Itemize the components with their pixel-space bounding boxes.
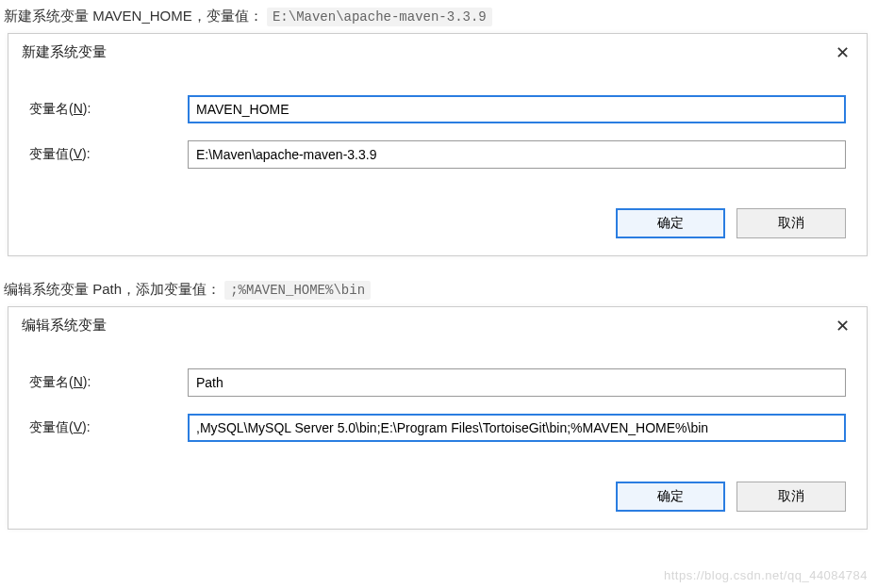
dialog-titlebar-2: 编辑系统变量 ✕ bbox=[8, 307, 867, 344]
cancel-button-2[interactable]: 取消 bbox=[736, 482, 846, 512]
intro-text-1: 新建系统变量 MAVEN_HOME，变量值： E:\Maven\apache-m… bbox=[0, 0, 877, 33]
edit-system-variable-dialog: 编辑系统变量 ✕ 变量名(N): 变量值(V): 确定 取消 bbox=[8, 306, 868, 530]
close-icon[interactable]: ✕ bbox=[832, 44, 853, 61]
variable-name-input-2[interactable] bbox=[188, 368, 846, 397]
intro-text-2: 编辑系统变量 Path，添加变量值： ;%MAVEN_HOME%\bin bbox=[0, 273, 877, 306]
ok-button-1[interactable]: 确定 bbox=[616, 208, 725, 238]
variable-name-input-1[interactable] bbox=[188, 95, 846, 123]
variable-value-label-1: 变量值(V): bbox=[29, 146, 188, 163]
ok-button-2[interactable]: 确定 bbox=[616, 482, 725, 512]
close-icon[interactable]: ✕ bbox=[832, 318, 853, 335]
dialog-title-2: 编辑系统变量 bbox=[22, 317, 107, 335]
dialog-buttons-1: 确定 取消 bbox=[8, 199, 867, 255]
intro-code-2: ;%MAVEN_HOME%\bin bbox=[224, 281, 371, 300]
variable-value-row-1: 变量值(V): bbox=[29, 140, 846, 169]
variable-name-label-1: 变量名(N): bbox=[29, 101, 188, 118]
intro-prefix-2: 编辑系统变量 Path，添加变量值： bbox=[4, 281, 221, 297]
new-system-variable-dialog: 新建系统变量 ✕ 变量名(N): 变量值(V): 确定 取消 bbox=[8, 33, 868, 256]
variable-value-row-2: 变量值(V): bbox=[29, 414, 846, 442]
intro-prefix-1: 新建系统变量 MAVEN_HOME，变量值： bbox=[4, 8, 263, 24]
dialog-body-1: 变量名(N): 变量值(V): bbox=[8, 71, 867, 199]
intro-code-1: E:\Maven\apache-maven-3.3.9 bbox=[267, 8, 492, 26]
variable-name-label-2: 变量名(N): bbox=[29, 374, 188, 391]
variable-value-input-2[interactable] bbox=[188, 414, 846, 442]
dialog-buttons-2: 确定 取消 bbox=[8, 472, 867, 529]
variable-name-row-2: 变量名(N): bbox=[29, 368, 846, 397]
dialog-title-1: 新建系统变量 bbox=[22, 43, 107, 61]
variable-value-input-1[interactable] bbox=[188, 140, 846, 169]
variable-name-row-1: 变量名(N): bbox=[29, 95, 846, 123]
variable-value-label-2: 变量值(V): bbox=[29, 419, 188, 436]
dialog-body-2: 变量名(N): 变量值(V): bbox=[8, 344, 867, 472]
dialog-titlebar-1: 新建系统变量 ✕ bbox=[8, 34, 867, 71]
cancel-button-1[interactable]: 取消 bbox=[736, 208, 846, 238]
